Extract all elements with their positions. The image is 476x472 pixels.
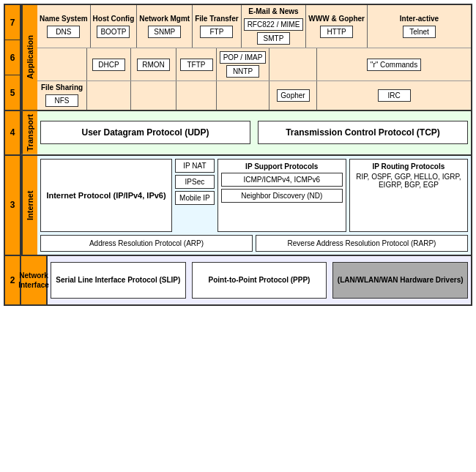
ppp-box: Point-to-Point Protocol (PPP) bbox=[192, 262, 327, 299]
ip-routing-title: IP Routing Protocols bbox=[353, 162, 464, 171]
application-layer: 7 6 5 Application Name System DNS Host C… bbox=[5, 5, 471, 111]
rmon-box: RMON bbox=[137, 59, 170, 71]
pop-imap-box: POP / IMAP bbox=[220, 51, 267, 64]
snmp-box: SNMP bbox=[148, 26, 181, 38]
net-mgmt-label: Network Mgmt bbox=[139, 15, 190, 23]
row6-int: "r" Commands bbox=[317, 48, 471, 80]
ip-support-box: IP Support Protocols ICMP/ICMPv4, ICMPv6… bbox=[217, 159, 346, 232]
bootp-box: BOOTP bbox=[97, 26, 130, 38]
row5-int: IRC bbox=[317, 81, 471, 110]
www-gopher-label: WWW & Gopher bbox=[308, 15, 365, 23]
app-row-6: DHCP RMON TFTP POP / IMAP NNTP "r" Comma… bbox=[37, 48, 471, 81]
row5-wg: Gopher bbox=[269, 81, 317, 110]
net-mgmt-group: Network Mgmt SNMP bbox=[137, 5, 193, 48]
transport-layer: 4 Transport User Datagram Protocol (UDP)… bbox=[5, 111, 471, 156]
layer-num-7: 7 bbox=[5, 5, 20, 40]
row6-wg bbox=[269, 48, 317, 80]
row6-hc: DHCP bbox=[87, 48, 131, 80]
routing-content: RIP, OSPF, GGP, HELLO, IGRP, EIGRP, BGP,… bbox=[353, 173, 464, 189]
www-gopher-group: WWW & Gopher HTTP bbox=[306, 5, 368, 48]
name-system-group: Name System DNS bbox=[37, 5, 91, 48]
transport-content: User Datagram Protocol (UDP) Transmissio… bbox=[37, 111, 471, 154]
email-news-label: E-Mail & News bbox=[248, 7, 298, 15]
name-system-label: Name System bbox=[40, 15, 88, 23]
ip-support-title: IP Support Protocols bbox=[221, 162, 343, 171]
nd-box: Neighbor Discovery (ND) bbox=[221, 189, 343, 203]
internet-main: Internet Protocol (IP/IPv4, IPv6) IP NAT… bbox=[40, 159, 468, 232]
transport-label: Transport bbox=[21, 111, 37, 154]
icmp-box: ICMP/ICMPv4, ICMPv6 bbox=[221, 173, 343, 187]
interactive-group: Inter-active Telnet bbox=[368, 5, 471, 48]
layer-num-6: 6 bbox=[5, 40, 20, 75]
ip-routing-box: IP Routing Protocols RIP, OSPF, GGP, HEL… bbox=[349, 159, 468, 232]
lan-wlan-box: (LAN/WLAN/WAN Hardware Drivers) bbox=[332, 262, 468, 299]
rarp-box: Reverse Address Resolution Protocol (RAR… bbox=[256, 235, 468, 252]
row6-ft: TFTP bbox=[176, 48, 217, 80]
internet-label: Internet bbox=[21, 156, 37, 255]
ipsec-box: IPSec bbox=[175, 175, 215, 189]
nfs-box: NFS bbox=[45, 94, 78, 107]
host-config-group: Host Config BOOTP bbox=[91, 5, 138, 48]
email-news-group: E-Mail & News RFC822 / MIME SMTP bbox=[242, 5, 307, 48]
transport-num: 4 bbox=[5, 111, 21, 154]
internet-layer: 3 Internet Internet Protocol (IP/IPv4, I… bbox=[5, 156, 471, 256]
row5-fs: File Sharing NFS bbox=[37, 81, 87, 110]
netif-label: Network Interface bbox=[21, 256, 48, 304]
application-content: Name System DNS Host Config BOOTP Networ… bbox=[37, 5, 471, 110]
internet-num: 3 bbox=[5, 156, 21, 255]
interactive-label: Inter-active bbox=[400, 15, 439, 23]
row5-b bbox=[87, 81, 131, 110]
application-layer-label: Application bbox=[21, 5, 37, 110]
tftp-box: TFTP bbox=[180, 59, 213, 71]
row5-c bbox=[131, 81, 176, 110]
ftp-box: FTP bbox=[200, 26, 233, 38]
dns-box: DNS bbox=[47, 26, 80, 38]
file-transfer-label: File Transfer bbox=[195, 15, 238, 23]
nntp-box: NNTP bbox=[226, 65, 259, 78]
row6-ns bbox=[37, 48, 87, 80]
network-interface-layer: 2 Network Interface Serial Line Interfac… bbox=[5, 256, 471, 304]
ip-nat-box: IP NAT bbox=[175, 159, 215, 173]
mobile-ip-box: Mobile IP bbox=[175, 191, 215, 205]
dhcp-box: DHCP bbox=[92, 59, 125, 71]
host-config-label: Host Config bbox=[93, 15, 135, 23]
row6-nm: RMON bbox=[131, 48, 176, 80]
http-box: HTTP bbox=[320, 26, 353, 38]
gopher-box: Gopher bbox=[277, 89, 310, 102]
protocol-diagram: 7 6 5 Application Name System DNS Host C… bbox=[4, 4, 472, 306]
app-row-5: File Sharing NFS Gopher IRC bbox=[37, 81, 471, 110]
arp-box: Address Resolution Protocol (ARP) bbox=[40, 235, 253, 252]
udp-box: User Datagram Protocol (UDP) bbox=[40, 121, 250, 144]
internet-bottom: Address Resolution Protocol (ARP) Revers… bbox=[40, 235, 468, 252]
file-sharing-label: File Sharing bbox=[41, 83, 83, 91]
irc-box: IRC bbox=[378, 89, 411, 102]
internet-content: Internet Protocol (IP/IPv4, IPv6) IP NAT… bbox=[37, 156, 471, 255]
ip-box: Internet Protocol (IP/IPv4, IPv6) bbox=[40, 159, 172, 232]
netif-content: Serial Line Interface Protocol (SLIP) Po… bbox=[48, 256, 471, 304]
layer-num-5: 5 bbox=[5, 75, 20, 110]
row5-e bbox=[217, 81, 269, 110]
telnet-box: Telnet bbox=[403, 26, 436, 38]
row5-d bbox=[176, 81, 217, 110]
row6-en: POP / IMAP NNTP bbox=[217, 48, 269, 80]
smtp-box: SMTP bbox=[257, 32, 290, 45]
ip-sub-col: IP NAT IPSec Mobile IP bbox=[175, 159, 215, 232]
rfc822-box: RFC822 / MIME bbox=[244, 18, 304, 31]
app-num-col: 7 6 5 bbox=[5, 5, 21, 110]
app-row-7: Name System DNS Host Config BOOTP Networ… bbox=[37, 5, 471, 48]
slip-box: Serial Line Interface Protocol (SLIP) bbox=[51, 262, 186, 299]
file-transfer-group: File Transfer FTP bbox=[193, 5, 241, 48]
rcmds-box: "r" Commands bbox=[367, 59, 421, 71]
tcp-box: Transmission Control Protocol (TCP) bbox=[258, 121, 468, 144]
